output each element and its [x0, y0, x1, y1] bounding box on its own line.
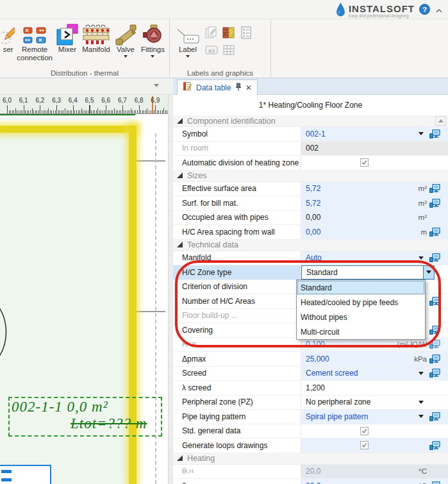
- fittings-dropdown-icon[interactable]: [151, 55, 154, 60]
- dropdown-arrow-icon[interactable]: [419, 132, 424, 138]
- property-label[interactable]: Automatic division of heating zone: [173, 156, 301, 170]
- property-value-cell[interactable]: No peripheral zone: [301, 396, 448, 410]
- property-value-cell[interactable]: 002: [301, 142, 448, 156]
- checkbox-checked[interactable]: [360, 158, 369, 167]
- grid-property-row[interactable]: Symbol002-1: [173, 127, 448, 142]
- property-value-cell[interactable]: 5,72m²: [301, 182, 448, 196]
- grid-section-row[interactable]: Component identification: [173, 115, 448, 127]
- grid-property-row[interactable]: Effective surface area5,72m²: [173, 182, 448, 197]
- edit-note-icon[interactable]: [204, 26, 219, 40]
- property-value-cell[interactable]: Standard: [301, 265, 448, 280]
- close-icon[interactable]: ✕: [245, 84, 252, 92]
- riser-button[interactable]: ser: [1, 22, 15, 54]
- property-label[interactable]: Symbol: [173, 127, 301, 141]
- section-expander-icon[interactable]: [177, 171, 183, 180]
- drawing-canvas[interactable]: 002-1-1 0,0 m² Ltot=??? m: [0, 114, 173, 484]
- property-label[interactable]: Std. general data: [173, 424, 301, 438]
- monitor-link-icon[interactable]: [429, 253, 440, 262]
- grid-property-row[interactable]: H/C Zone typeStandard: [173, 265, 448, 280]
- panel-splitter[interactable]: [168, 114, 173, 484]
- grid-property-row[interactable]: Peripheral zone (PZ)No peripheral zone: [173, 396, 448, 410]
- grid-property-row[interactable]: λ screed1,200: [173, 381, 448, 396]
- pin-icon[interactable]: [235, 82, 242, 94]
- property-label[interactable]: Rλ,B: [173, 338, 301, 352]
- property-value-cell[interactable]: [301, 438, 448, 453]
- property-label[interactable]: Screed: [173, 367, 301, 381]
- property-value-cell[interactable]: Auto: [301, 251, 448, 265]
- monitor-link-icon[interactable]: [429, 297, 440, 306]
- property-label[interactable]: Peripheral zone (PZ): [173, 396, 301, 410]
- section-expander-icon[interactable]: [177, 454, 183, 463]
- property-label[interactable]: Pipe laying pattern: [173, 410, 301, 424]
- dropdown-item[interactable]: Heated/cooled by pipe feeds: [297, 295, 425, 310]
- table-grid-icon[interactable]: [222, 43, 236, 57]
- property-label[interactable]: H/C Area spacing from wall: [173, 225, 301, 239]
- property-value-cell[interactable]: 25,000kPa: [301, 352, 448, 366]
- grid-section-row[interactable]: Heating: [173, 453, 448, 465]
- property-value-cell[interactable]: 0,00m: [301, 225, 448, 239]
- monitor-link-icon[interactable]: [429, 228, 440, 237]
- valve-dropdown-icon[interactable]: [124, 55, 128, 60]
- property-value-cell[interactable]: 002-1: [301, 127, 448, 141]
- grid-property-row[interactable]: In room002: [173, 142, 448, 156]
- property-label[interactable]: θRG,H: [173, 479, 301, 484]
- dropdown-arrow-icon[interactable]: [419, 401, 424, 406]
- dropdown-item[interactable]: Standard: [297, 280, 425, 295]
- mixer-button[interactable]: Mixer: [54, 22, 80, 54]
- monitor-link-icon[interactable]: [429, 412, 440, 421]
- grid-scroll-up-button[interactable]: [435, 116, 446, 126]
- property-label[interactable]: H/C Zone type: [173, 265, 301, 280]
- section-expander-icon[interactable]: [177, 240, 183, 249]
- property-label[interactable]: Criterion of division: [173, 280, 301, 294]
- property-label[interactable]: Generate loops drawings: [173, 438, 301, 453]
- property-label[interactable]: Occupied area with pipes: [173, 211, 301, 225]
- grid-property-row[interactable]: Automatic division of heating zone: [173, 156, 448, 171]
- remote-connection-button[interactable]: Remote connection: [15, 22, 54, 63]
- monitor-link-icon[interactable]: [429, 369, 440, 378]
- manifold-button[interactable]: Manifold: [80, 22, 112, 54]
- grid-section-row[interactable]: Sizes: [173, 171, 448, 182]
- property-label[interactable]: λ screed: [173, 381, 301, 395]
- property-label[interactable]: θi,H: [173, 465, 301, 479]
- checkbox-checked[interactable]: [360, 427, 369, 435]
- grid-property-row[interactable]: Generate loops drawings: [173, 438, 448, 453]
- dropdown-item[interactable]: Multi-circuit: [297, 324, 425, 339]
- property-value-cell[interactable]: 0,00m²: [301, 211, 448, 225]
- monitor-link-icon[interactable]: [429, 355, 440, 363]
- grid-section-row[interactable]: Technical data: [173, 240, 448, 251]
- dropdown-item[interactable]: Without pipes: [297, 310, 425, 324]
- monitor-link-icon[interactable]: [429, 326, 440, 335]
- combo-dropdown-button[interactable]: [423, 266, 434, 279]
- collapse-ribbon-icon[interactable]: [435, 6, 443, 17]
- label-dropdown-icon[interactable]: [186, 55, 190, 60]
- tab-data-table[interactable]: Data table ✕: [177, 79, 258, 95]
- property-value-cell[interactable]: 1,200: [301, 381, 448, 395]
- property-value-cell[interactable]: [301, 156, 448, 170]
- property-value-cell[interactable]: [301, 424, 448, 438]
- property-value-cell[interactable]: Spiral pipe pattern: [301, 410, 448, 424]
- property-label[interactable]: Manifold: [173, 251, 301, 265]
- monitor-link-icon[interactable]: [429, 129, 440, 138]
- grid-property-row[interactable]: Occupied area with pipes0,00m²: [173, 211, 448, 226]
- monitor-link-icon[interactable]: [429, 184, 440, 193]
- property-label[interactable]: Covering: [173, 323, 301, 337]
- dropdown-arrow-icon[interactable]: [419, 372, 424, 378]
- property-label[interactable]: In room: [173, 142, 301, 156]
- property-value-cell[interactable]: 20,0°C: [301, 479, 448, 484]
- property-label[interactable]: Δpmax: [173, 352, 301, 366]
- property-value-cell[interactable]: 20,0°C: [301, 465, 448, 479]
- manifold-symbol-box[interactable]: [0, 465, 51, 484]
- property-value-cell[interactable]: Cement screed: [301, 367, 448, 381]
- property-label[interactable]: Number of H/C Areas: [173, 294, 301, 308]
- property-label[interactable]: Surf. for bill mat.: [173, 196, 301, 210]
- label-button[interactable]: Label: [174, 22, 202, 60]
- zone-type-combo-editor[interactable]: Standard: [301, 265, 435, 280]
- grid-property-row[interactable]: H/C Area spacing from wall0,00m: [173, 225, 448, 240]
- grid-property-row[interactable]: θRG,H20,0°C: [173, 479, 448, 484]
- section-expander-icon[interactable]: [177, 117, 183, 126]
- checkbox-checked[interactable]: [360, 441, 369, 449]
- monitor-link-icon[interactable]: [429, 441, 440, 450]
- dropdown-arrow-icon[interactable]: [419, 256, 424, 262]
- fittings-button[interactable]: Fittings: [139, 22, 167, 60]
- canvas-toolbar-chevron-icon[interactable]: [154, 84, 159, 90]
